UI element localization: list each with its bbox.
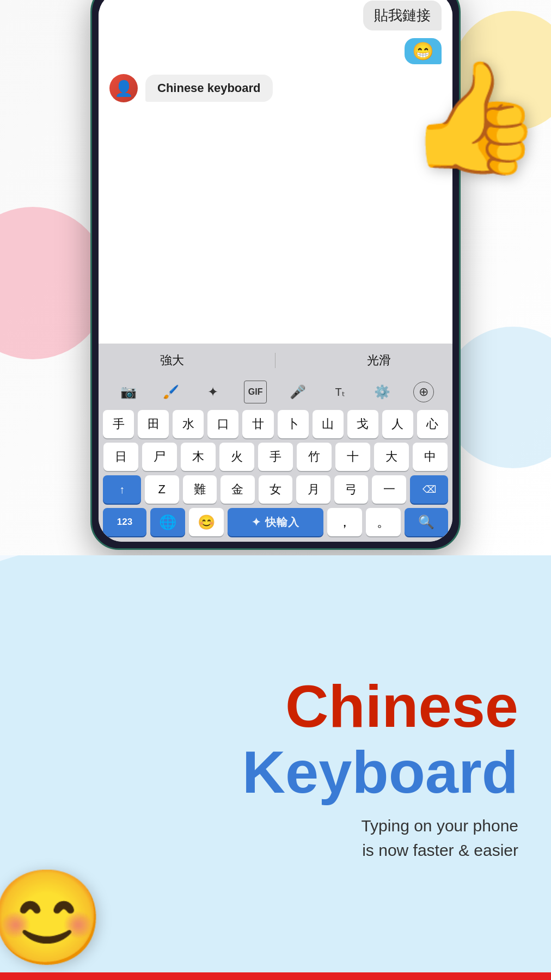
thumbs-up-emoji: 👍 — [388, 33, 551, 201]
settings-icon[interactable]: ⚙️ — [371, 381, 394, 403]
text-size-icon[interactable]: Tₜ — [329, 381, 352, 403]
key-心[interactable]: 心 — [417, 410, 448, 438]
brush-icon[interactable]: 🖌️ — [160, 381, 182, 403]
key-人[interactable]: 人 — [382, 410, 413, 438]
keyboard-message-bubble: Chinese keyboard — [145, 75, 273, 102]
num-label: 123 — [117, 517, 132, 528]
emoji-key[interactable]: 😊 — [189, 508, 224, 536]
red-bar — [0, 972, 551, 980]
comma-key[interactable]: ， — [327, 508, 362, 536]
key-火[interactable]: 火 — [219, 443, 254, 471]
suggestion-bar: 強大 光滑 — [99, 344, 452, 377]
search-key[interactable]: 🔍 — [405, 508, 448, 536]
key-手2[interactable]: 手 — [258, 443, 293, 471]
chinese-text: 貼我鏈接 — [374, 7, 431, 23]
star-icon[interactable]: ✦ — [201, 381, 224, 403]
space-logo: ✦ 快輸入 — [252, 515, 299, 530]
key-row-2: 日 尸 木 火 手 竹 十 大 中 — [103, 443, 448, 471]
gif-icon[interactable]: GIF — [244, 381, 267, 403]
key-Z[interactable]: Z — [145, 475, 179, 504]
message-label: Chinese keyboard — [157, 81, 261, 95]
subtitle-line2: is now faster & easier — [362, 841, 518, 859]
keyboard-area: 強大 光滑 📷 🖌️ ✦ GIF 🎤 Tₜ ⚙️ ⊕ — [99, 344, 452, 542]
key-廿[interactable]: 廿 — [242, 410, 273, 438]
avatar-icon: 👤 — [114, 79, 133, 97]
globe-key[interactable]: 🌐 — [150, 508, 185, 536]
key-女[interactable]: 女 — [259, 475, 293, 504]
key-口[interactable]: 口 — [207, 410, 238, 438]
bottom-emoji: 😊 — [0, 871, 105, 964]
key-弓[interactable]: 弓 — [334, 475, 369, 504]
key-手[interactable]: 手 — [103, 410, 134, 438]
bottom-emoji-face: 😊 — [0, 866, 105, 969]
chinese-message: 貼我鏈接 — [363, 1, 442, 30]
suggestion-2[interactable]: 光滑 — [352, 349, 406, 372]
key-日[interactable]: 日 — [103, 443, 138, 471]
title-keyboard: Keyboard — [242, 739, 518, 805]
title-chinese: Chinese — [285, 673, 518, 739]
key-竹[interactable]: 竹 — [297, 443, 332, 471]
key-水[interactable]: 水 — [173, 410, 204, 438]
camera-icon[interactable]: 📷 — [117, 381, 140, 403]
key-row-3: ↑ Z 難 金 女 月 弓 一 ⌫ — [103, 475, 448, 504]
key-戈[interactable]: 戈 — [347, 410, 378, 438]
thumbs-up-face: 👍 — [407, 63, 543, 171]
suggestion-1[interactable]: 強大 — [145, 349, 199, 372]
key-row-1: 手 田 水 口 廿 卜 山 戈 人 心 — [103, 410, 448, 438]
num-key[interactable]: 123 — [103, 508, 146, 536]
period-label: 。 — [377, 513, 390, 531]
bottom-key-row: 123 🌐 😊 ✦ 快輸入 ， 。 🔍 — [99, 506, 452, 542]
suggestion-divider — [275, 353, 276, 368]
comma-label: ， — [338, 513, 351, 531]
key-尸[interactable]: 尸 — [142, 443, 177, 471]
key-田[interactable]: 田 — [138, 410, 169, 438]
key-rows: 手 田 水 口 廿 卜 山 戈 人 心 日 尸 — [99, 408, 452, 506]
key-月[interactable]: 月 — [296, 475, 330, 504]
bottom-section: Chinese Keyboard Typing on your phone is… — [0, 555, 551, 980]
key-金[interactable]: 金 — [221, 475, 255, 504]
key-山[interactable]: 山 — [313, 410, 344, 438]
plus-icon[interactable]: ⊕ — [413, 382, 434, 402]
shift-key[interactable]: ↑ — [103, 475, 141, 504]
key-卜[interactable]: 卜 — [278, 410, 309, 438]
mic-icon[interactable]: 🎤 — [286, 381, 309, 403]
key-一[interactable]: 一 — [372, 475, 406, 504]
key-中[interactable]: 中 — [413, 443, 448, 471]
toolbar-row: 📷 🖌️ ✦ GIF 🎤 Tₜ ⚙️ ⊕ — [99, 377, 452, 408]
space-key[interactable]: ✦ 快輸入 — [228, 508, 323, 536]
subtitle-line1: Typing on your phone — [361, 817, 518, 835]
delete-key[interactable]: ⌫ — [410, 475, 448, 504]
top-section: 👍 貼我鏈接 😁 👤 Chinese — [0, 0, 551, 555]
key-木[interactable]: 木 — [181, 443, 216, 471]
bottom-content: Chinese Keyboard Typing on your phone is… — [0, 673, 551, 862]
key-難[interactable]: 難 — [183, 475, 217, 504]
period-key[interactable]: 。 — [366, 508, 401, 536]
avatar: 👤 — [109, 74, 138, 102]
key-大[interactable]: 大 — [374, 443, 409, 471]
subtitle: Typing on your phone is now faster & eas… — [361, 813, 518, 862]
key-十[interactable]: 十 — [335, 443, 370, 471]
